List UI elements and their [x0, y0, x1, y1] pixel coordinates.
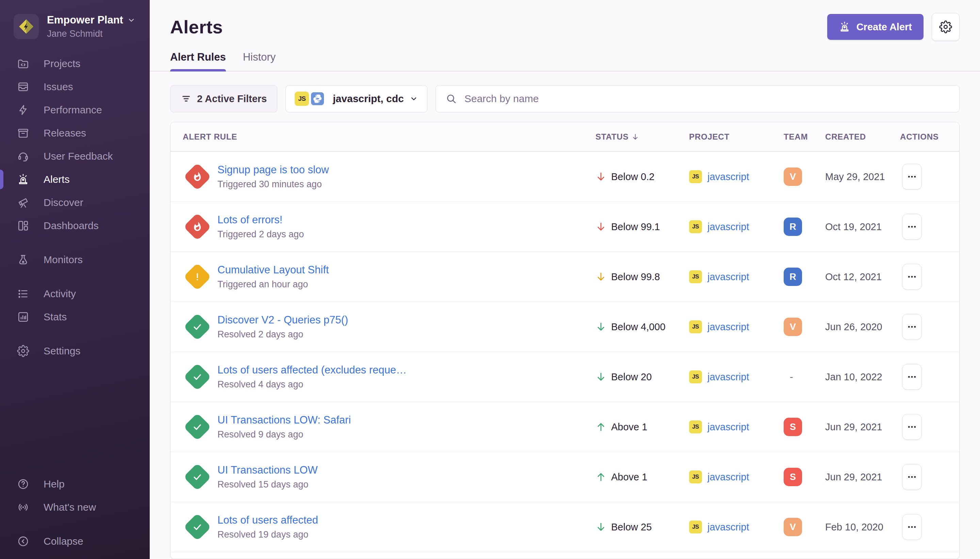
lightning-icon [17, 104, 29, 116]
sidebar-item-label: User Feedback [44, 150, 113, 162]
tabs: Alert Rules History [150, 51, 980, 71]
javascript-icon: JS [689, 420, 702, 433]
sidebar-item-discover[interactable]: Discover [0, 191, 150, 214]
search-bar [436, 85, 960, 112]
tab-history[interactable]: History [243, 51, 276, 71]
status-cell: Below 4,000 [596, 321, 689, 332]
created-date: Feb 10, 2020 [825, 521, 900, 533]
row-actions-button[interactable] [902, 264, 922, 290]
dashboard-grid-icon [17, 220, 29, 232]
sidebar-item-label: Help [44, 478, 64, 490]
sidebar-item-label: Alerts [44, 174, 70, 185]
row-actions-button[interactable] [902, 314, 922, 340]
row-actions-button[interactable] [902, 464, 922, 490]
arrow-down-icon [596, 221, 606, 232]
create-alert-button[interactable]: Create Alert [827, 14, 924, 40]
sidebar-item-stats[interactable]: Stats [0, 305, 150, 329]
alert-rule-link[interactable]: Signup page is too slow [218, 164, 329, 176]
sidebar-item-alerts[interactable]: Alerts [0, 168, 150, 191]
javascript-icon: JS [689, 470, 702, 483]
project-link[interactable]: javascript [708, 471, 749, 483]
status-cell: Below 20 [596, 371, 689, 383]
alert-rule-subtitle: Resolved 2 days ago [218, 329, 348, 340]
row-actions-button[interactable] [902, 164, 922, 190]
ellipsis-icon [907, 272, 917, 282]
table-row: Lots of errors! Triggered 2 days ago Bel… [170, 202, 959, 251]
sidebar-item-label: Discover [44, 197, 83, 208]
sidebar-item-releases[interactable]: Releases [0, 122, 150, 145]
project-link[interactable]: javascript [708, 321, 749, 332]
org-switcher[interactable]: Empower Plant Jane Schmidt [0, 0, 150, 40]
alert-rule-link[interactable]: Lots of errors! [218, 214, 304, 226]
row-actions-button[interactable] [902, 414, 922, 440]
created-date: Jun 29, 2021 [825, 471, 900, 483]
sidebar-item-projects[interactable]: Projects [0, 52, 150, 75]
alert-rule-link[interactable]: UI Transactions LOW [218, 464, 318, 476]
alert-resolved-icon [183, 363, 211, 391]
alert-rule-subtitle: Resolved 15 days ago [218, 480, 318, 490]
column-header-project[interactable]: Project [689, 132, 784, 142]
tab-alert-rules[interactable]: Alert Rules [170, 51, 226, 71]
ellipsis-icon [907, 172, 917, 182]
sidebar-item-dashboards[interactable]: Dashboards [0, 214, 150, 237]
project-link[interactable]: javascript [708, 422, 749, 433]
sidebar: Empower Plant Jane Schmidt Projects Issu… [0, 0, 150, 559]
created-date: Oct 19, 2021 [825, 221, 900, 233]
create-alert-label: Create Alert [856, 22, 912, 33]
sidebar-item-user-feedback[interactable]: User Feedback [0, 145, 150, 168]
ellipsis-icon [907, 322, 917, 332]
sidebar-item-help[interactable]: Help [0, 473, 150, 496]
sidebar-item-monitors[interactable]: Monitors [0, 248, 150, 271]
alert-resolved-icon [183, 463, 211, 491]
row-actions-button[interactable] [902, 364, 922, 390]
page-title: Alerts [170, 17, 223, 38]
sidebar-item-whats-new[interactable]: What's new [0, 496, 150, 519]
project-link[interactable]: javascript [708, 521, 749, 533]
sidebar-item-performance[interactable]: Performance [0, 98, 150, 122]
alert-rule-link[interactable]: Lots of users affected (excludes reque… [218, 364, 407, 376]
javascript-icon: JS [689, 320, 702, 333]
arrow-up-icon [596, 422, 606, 432]
column-header-created[interactable]: Created [825, 132, 900, 142]
sidebar-item-label: Activity [44, 288, 76, 299]
sidebar-item-activity[interactable]: Activity [0, 282, 150, 305]
project-selector-label: javascript, cdc [333, 93, 404, 104]
created-date: Oct 12, 2021 [825, 271, 900, 283]
alert-rule-link[interactable]: Cumulative Layout Shift [218, 264, 329, 276]
sidebar-item-label: Collapse [44, 536, 83, 547]
sidebar-collapse-button[interactable]: Collapse [0, 530, 150, 553]
project-link[interactable]: javascript [708, 221, 749, 233]
alert-rule-link[interactable]: Lots of users affected [218, 514, 318, 526]
alert-settings-button[interactable] [932, 13, 960, 41]
sidebar-item-issues[interactable]: Issues [0, 75, 150, 98]
team-badge: S [784, 468, 802, 486]
alert-rule-link[interactable]: UI Transactions LOW: Safari [218, 414, 351, 426]
sidebar-item-settings[interactable]: Settings [0, 339, 150, 362]
sidebar-nav: Projects Issues Performance Releases Use… [0, 52, 150, 362]
status-cell: Below 99.8 [596, 271, 689, 283]
siren-icon [17, 173, 29, 185]
alert-rule-link[interactable]: Discover V2 - Queries p75() [218, 314, 348, 326]
siren-icon [839, 21, 850, 33]
project-link[interactable]: javascript [708, 371, 749, 383]
row-actions-button[interactable] [902, 214, 922, 240]
chevron-down-icon [127, 16, 135, 24]
flask-icon [17, 254, 29, 266]
search-input[interactable] [464, 93, 950, 104]
table-row: Cumulative Layout Shift Triggered an hou… [170, 251, 959, 302]
team-badge: R [784, 268, 802, 286]
alert-rules-table: Alert Rule Status Project Team Created A… [170, 122, 960, 559]
alert-rule-subtitle: Triggered 30 minutes ago [218, 179, 329, 190]
active-filters-label: 2 Active Filters [197, 93, 267, 104]
gear-icon [17, 345, 29, 357]
empower-plant-logo [13, 14, 39, 39]
project-link[interactable]: javascript [708, 271, 749, 283]
active-filters-button[interactable]: 2 Active Filters [170, 85, 277, 112]
project-selector-dropdown[interactable]: JS javascript, cdc [285, 85, 427, 112]
no-team-dash: - [784, 371, 793, 382]
project-link[interactable]: javascript [708, 171, 749, 182]
arrow-down-icon [596, 271, 606, 282]
column-header-status[interactable]: Status [596, 132, 689, 142]
row-actions-button[interactable] [902, 514, 922, 540]
issues-stack-icon [17, 81, 29, 93]
